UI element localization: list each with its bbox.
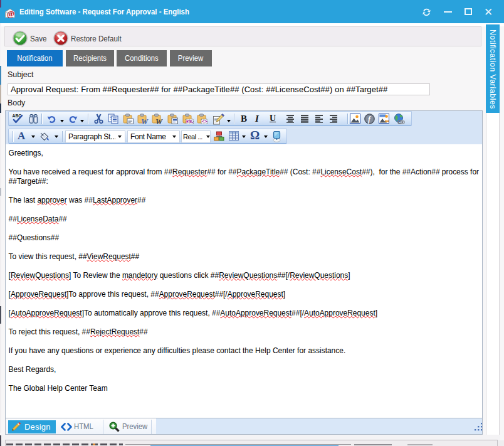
svg-text:HTML: HTML (186, 119, 193, 124)
svg-text:W: W (141, 117, 149, 125)
svg-text:@: @ (7, 9, 14, 18)
svg-text:W: W (155, 117, 163, 125)
svg-text:<>: <> (202, 119, 207, 124)
